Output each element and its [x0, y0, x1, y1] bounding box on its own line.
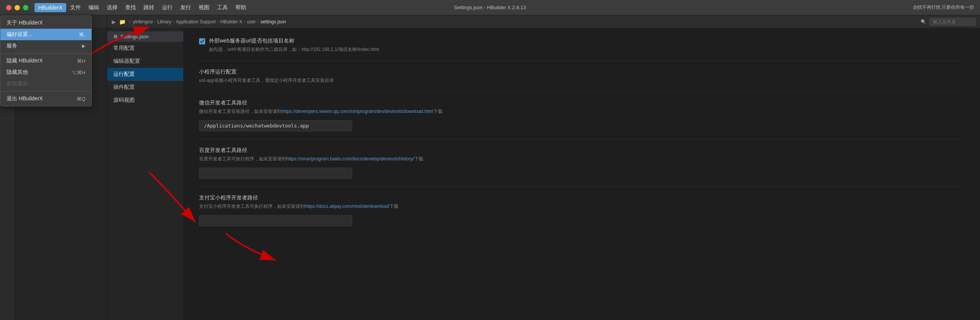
- menu-services[interactable]: 服务 ▶: [0, 40, 91, 52]
- maximize-button[interactable]: [23, 5, 28, 10]
- folder-icon2: 📁: [119, 19, 126, 25]
- settings-layout: ⚙ Settings.json 常用配置 编辑器配置 运行配置 插件配置 源码视…: [107, 28, 980, 320]
- nav-plugin-config[interactable]: 插件配置: [107, 81, 183, 94]
- close-button[interactable]: [6, 5, 11, 10]
- title-bar: HBuilderX 文件 编辑 选择 查找 跳转 运行 发行 视图 工具 帮助 …: [0, 0, 980, 15]
- menu-find[interactable]: 查找: [121, 3, 140, 13]
- wechat-path-input[interactable]: [199, 120, 352, 131]
- menu-show-all: 全部显示: [0, 78, 91, 90]
- divider-1: [0, 53, 91, 54]
- baidu-download-link[interactable]: https://smartprogram.baidu.com/docs/deve…: [286, 156, 414, 162]
- nav-run-config[interactable]: 运行配置: [107, 68, 183, 81]
- traffic-lights: [6, 5, 28, 10]
- baidu-path-title: 百度开发者工具路径: [199, 147, 965, 154]
- nav-editor-config[interactable]: 编辑器配置: [107, 55, 183, 68]
- content-area: ▶ 📁 « yinfengrui › Library › Application…: [107, 15, 980, 320]
- window-title: Settings.json - HBuilder X 2.8.13: [454, 5, 526, 10]
- miniprogram-desc: uni-app依赖小程序开发者工具，需指定小程序开发者工具安装目录: [199, 77, 965, 84]
- breadcrumb-yinfengrui[interactable]: yinfengrui: [133, 19, 153, 24]
- wechat-path-desc: 微信开发者工具安装路径，如未安装请到https://developers.wei…: [199, 108, 965, 115]
- nav-common-config[interactable]: 常用配置: [107, 42, 183, 55]
- setting-row-wechat: 微信开发者工具路径 微信开发者工具安装路径，如未安装请到https://deve…: [199, 100, 965, 139]
- hbuilderx-menu-dropdown: 关于 HBuilderX 偏好设置... ⌘, 服务 ▶ 隐藏 HBuilder…: [0, 15, 92, 106]
- menu-run[interactable]: 运行: [158, 3, 176, 13]
- breadcrumb-search: 🔍: [921, 18, 975, 26]
- wechat-download-link[interactable]: https://developers.weixin.qq.com/minipro…: [282, 109, 433, 114]
- folder-icon: ▶: [112, 19, 116, 25]
- settings-file-item[interactable]: ⚙ Settings.json: [107, 31, 183, 42]
- settings-content: 外部web服务器url是否包括项目名称 如勾选，url中将项目名称作为二级目录，…: [184, 28, 980, 320]
- menu-publish[interactable]: 发行: [176, 3, 195, 13]
- menu-hbuilderx[interactable]: HBuilderX: [34, 3, 66, 12]
- menu-hide-others[interactable]: 隐藏其他 ⌥⌘H: [0, 67, 91, 78]
- menu-help[interactable]: 帮助: [232, 3, 250, 13]
- breadcrumb-bar: ▶ 📁 « yinfengrui › Library › Application…: [107, 15, 980, 28]
- minimize-button[interactable]: [15, 5, 20, 10]
- filename-search-input[interactable]: [929, 18, 975, 26]
- wechat-path-title: 微信开发者工具路径: [199, 100, 965, 106]
- setting-row-webserver-url: 外部web服务器url是否包括项目名称 如勾选，url中将项目名称作为二级目录，…: [199, 38, 965, 61]
- alipay-path-title: 支付宝小程序开发者路径: [199, 194, 965, 201]
- menu-preferences[interactable]: 偏好设置... ⌘,: [0, 29, 91, 40]
- menu-about[interactable]: 关于 HBuilderX: [0, 17, 91, 29]
- menu-hide-hbuilderx[interactable]: 隐藏 HBuilderX ⌘H: [0, 55, 91, 67]
- search-icon: 🔍: [921, 19, 926, 24]
- breadcrumb-appsupport[interactable]: Application Support: [176, 19, 216, 24]
- breadcrumb-hbuilderx[interactable]: HBuilder X: [220, 19, 242, 24]
- menu-view[interactable]: 视图: [195, 3, 213, 13]
- miniprogram-title: 小程序运行配置: [199, 69, 965, 75]
- menu-tools[interactable]: 工具: [213, 3, 232, 13]
- webserver-url-desc: 如勾选，url中将项目名称作为二级目录，如：http://192.168.1.1…: [209, 46, 965, 53]
- nav-source-view[interactable]: 源码视图: [107, 94, 183, 107]
- no-disturb-text: 勿扰不再打扰 只要你所有一切: [913, 4, 974, 11]
- divider-2: [0, 91, 91, 91]
- alipay-path-input[interactable]: [199, 215, 352, 226]
- baidu-path-desc: 百度开发者工具可执行程序，如未安装请到https://smartprogram.…: [199, 155, 965, 162]
- breadcrumb-user[interactable]: user: [247, 19, 256, 24]
- alipay-download-link[interactable]: https://docs.alipay.com/mini/ide/downloa…: [305, 204, 389, 209]
- baidu-path-input[interactable]: [199, 168, 352, 179]
- gear-icon: ⚙: [113, 34, 118, 39]
- menu-file[interactable]: 文件: [66, 3, 85, 13]
- webserver-url-checkbox[interactable]: [199, 38, 205, 44]
- setting-row-baidu: 百度开发者工具路径 百度开发者工具可执行程序，如未安装请到https://sma…: [199, 147, 965, 187]
- setting-row-miniprogram: 小程序运行配置 uni-app依赖小程序开发者工具，需指定小程序开发者工具安装目…: [199, 69, 965, 92]
- setting-row-alipay: 支付宝小程序开发者路径 支付宝小程序开发者工具可执行程序，如未安装请到https…: [199, 194, 965, 234]
- main-layout: ≡ ◎ ⎇ ⬡ ⊞ xing ▶ 📁 « yinfengrui › Librar…: [0, 15, 980, 320]
- webserver-url-label: 外部web服务器url是否包括项目名称: [209, 38, 294, 44]
- alipay-path-desc: 支付宝小程序开发者工具可执行程序，如未安装请到https://docs.alip…: [199, 203, 965, 210]
- menu-edit[interactable]: 编辑: [85, 3, 103, 13]
- settings-sidebar: ⚙ Settings.json 常用配置 编辑器配置 运行配置 插件配置 源码视…: [107, 28, 184, 320]
- menu-select[interactable]: 选择: [103, 3, 121, 13]
- breadcrumb-library[interactable]: Library: [157, 19, 172, 24]
- menu-quit[interactable]: 退出 HBuilderX ⌘Q: [0, 93, 91, 104]
- breadcrumb-settings[interactable]: settings.json: [260, 19, 286, 24]
- menu-goto[interactable]: 跳转: [140, 3, 158, 13]
